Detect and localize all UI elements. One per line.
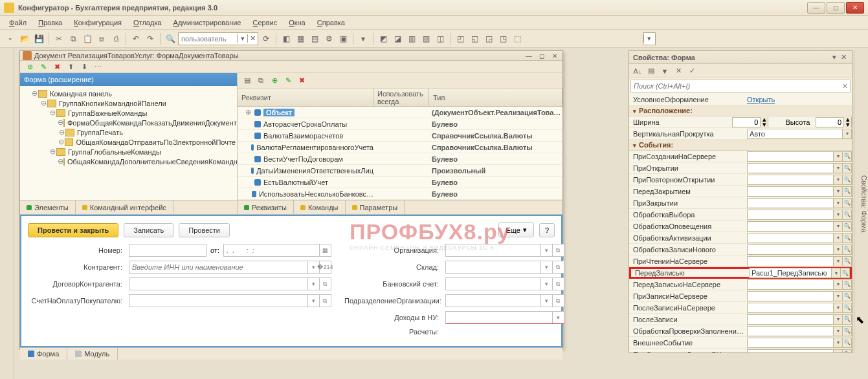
requisite-row[interactable]: ИспользоватьНесколькоБанковс…Булево [238,188,562,200]
requisite-row[interactable]: ДатыИзмененияОтветственныхЛицПроизвольны… [238,165,562,177]
property-row[interactable]: ОбработкаПроверкиЗаполненияНаСервере▾🔍 [629,325,852,337]
magnify-icon[interactable]: 🔍 [843,349,852,353]
new-icon[interactable]: ▫ [4,32,17,45]
chevron-down-icon[interactable]: ▾ [834,233,843,243]
requisite-row[interactable]: АвторасчетСрокаОплатыБулево [238,118,562,130]
magnify-icon[interactable]: 🔍 [843,303,852,313]
filter-icon[interactable]: ▼ [659,65,671,77]
property-row[interactable]: ОбработкаАктивизации▾🔍 [629,232,852,244]
chevron-down-icon[interactable]: ▾ [834,163,843,173]
chevron-down-icon[interactable]: ▾ [834,221,843,232]
post-and-close-button[interactable]: Провести и закрыть [28,223,118,237]
tab-requisites[interactable]: Реквизиты [238,200,294,214]
properties-pin-button[interactable]: ▾ [830,53,839,61]
property-row[interactable]: ВнешнееСобытие▾🔍 [629,337,852,349]
menu-правка[interactable]: Правка [33,17,67,28]
doc-minimize-button[interactable]: — [524,51,534,60]
property-row[interactable]: ПередЗаписьюРасш1_ПередЗаписью▾🔍 [629,267,852,279]
menu-сервис[interactable]: Сервис [247,17,282,28]
contract-field[interactable]: ▾⧉ [129,277,331,290]
tab-cmd-interface[interactable]: Командный интерфейс [76,200,173,214]
tb-1[interactable]: ◧ [280,32,293,45]
chevron-down-icon[interactable]: ▾ [834,256,843,266]
property-vscroll[interactable]: ВертикальнаяПрокруткаАвто▾ [629,128,852,140]
tb-4[interactable]: ⚙ [322,32,335,45]
tb-16[interactable]: ⬚ [511,32,524,45]
properties-close-button[interactable]: ✕ [839,53,848,61]
doc-maximize-button[interactable]: ◻ [537,51,547,60]
magnify-icon[interactable]: 🔍 [843,151,852,162]
help-button[interactable]: ? [539,223,555,237]
req-edit-icon[interactable]: ✎ [282,75,294,87]
property-row[interactable]: ПослеЗаписи▾🔍 [629,314,852,325]
menu-файл[interactable]: Файл [4,17,32,28]
req-add-icon[interactable]: ⊕ [269,75,280,87]
tab-commands[interactable]: Команды [294,200,346,214]
clear-filter-icon[interactable]: ✕ [673,65,684,77]
magnify-icon[interactable]: 🔍 [843,210,852,220]
req-cols-icon[interactable]: ▤ [241,75,253,87]
height-spinner[interactable]: ▴▾ [816,117,852,127]
property-row[interactable]: ПриЗакрытии▾🔍 [629,197,852,209]
print-icon[interactable]: ⎙ [109,32,122,45]
properties-body[interactable]: УсловноеОформлениеОткрытьРасположение:Ши… [629,94,852,352]
magnify-icon[interactable]: 🔍 [843,186,852,197]
properties-search-input[interactable] [631,82,840,90]
tab-params[interactable]: Параметры [346,200,405,214]
tb-6[interactable]: ▾ [357,32,370,45]
up-icon[interactable]: ⬆ [65,61,76,72]
tb-2[interactable]: ▦ [294,32,307,45]
property-row[interactable]: ПриПовторномОткрытии▾🔍 [629,174,852,186]
chevron-down-icon[interactable]: ▾ [834,338,843,348]
tree-node[interactable]: ⊖ОбщаяКомандаДополнительныеСведенияКоман… [21,157,236,166]
magnify-icon[interactable]: 🔍 [843,233,852,243]
redo-icon[interactable]: ↷ [144,32,157,45]
user-combo[interactable]: ▾ ✕ [178,32,258,45]
magnify-icon[interactable]: 🔍 [843,338,852,348]
sort-az-icon[interactable]: A↓ [632,65,643,77]
property-row[interactable]: ПриЗаписиНаСервере▾🔍 [629,290,852,302]
section-events[interactable]: События: [629,140,852,151]
req-copy-icon[interactable]: ⧉ [255,75,267,87]
left-dock-tab[interactable] [0,48,14,379]
warehouse-field[interactable]: ▾⧉ [445,261,564,274]
post-button[interactable]: Провести [179,223,230,237]
tb-3[interactable]: ▤ [308,32,321,45]
magnify-icon[interactable]: 🔍 [843,256,852,266]
property-row[interactable]: ПриЧтенииНаСервере▾🔍 [629,255,852,267]
undo-icon[interactable]: ↶ [129,32,142,45]
tree-node[interactable]: ⊖ФормаОбщаяКомандаПоказатьДвиженияДокуме… [21,118,236,127]
magnify-icon[interactable]: 🔍 [843,198,852,208]
maximize-button[interactable]: ◻ [827,2,845,14]
categorize-icon[interactable]: ▤ [645,65,657,77]
requisite-row[interactable]: ВалютаРегламентированногоУчетаСправочник… [238,142,562,153]
date-field[interactable]: ▦ [223,244,331,257]
magnify-icon[interactable]: 🔍 [843,326,852,336]
delete-icon[interactable]: ✖ [51,61,63,72]
paste-icon[interactable]: 📋 [81,32,94,45]
magnify-icon[interactable]: 🔍 [843,279,852,290]
tab-module[interactable]: Модуль [67,348,118,360]
requisite-row[interactable]: ЕстьВалютныйУчетБулево [238,177,562,188]
chevron-down-icon[interactable]: ▾ [834,210,843,220]
open-icon[interactable]: 📂 [18,32,31,45]
property-row[interactable]: ПриОткрытии▾🔍 [629,162,852,174]
chevron-down-icon[interactable]: ▾ [834,198,843,208]
requisites-grid[interactable]: ⊕Объект(ДокументОбъект.РеализацияТова…Ав… [238,107,562,200]
property-row[interactable]: ПриСозданииНаСервере▾🔍 [629,151,852,162]
magnify-icon[interactable]: 🔍 [841,268,850,278]
chevron-down-icon[interactable]: ▾ [834,279,843,290]
bank-field[interactable]: ▾⧉ [445,277,564,290]
tb-9[interactable]: ▥ [405,32,418,45]
magnify-icon[interactable]: 🔍 [843,163,852,173]
contractor-field[interactable]: ▾�214 [129,261,331,274]
elements-tree[interactable]: ⊖Командная панель⊖ГруппаКнопкиКоманднойП… [20,86,237,200]
org-field[interactable]: ▾⧉ [445,244,564,257]
property-row[interactable]: ОбработкаОповещения▾🔍 [629,221,852,232]
compare-icon[interactable]: ⧈ [95,32,108,45]
magnify-icon[interactable]: 🔍 [843,314,852,325]
requisite-row[interactable]: ⊕Объект(ДокументОбъект.РеализацияТова… [238,107,562,118]
width-spinner[interactable]: ▴▾ [732,117,768,127]
chevron-down-icon[interactable]: ▾ [834,151,843,162]
empty-combo[interactable]: ▾ [643,32,656,45]
